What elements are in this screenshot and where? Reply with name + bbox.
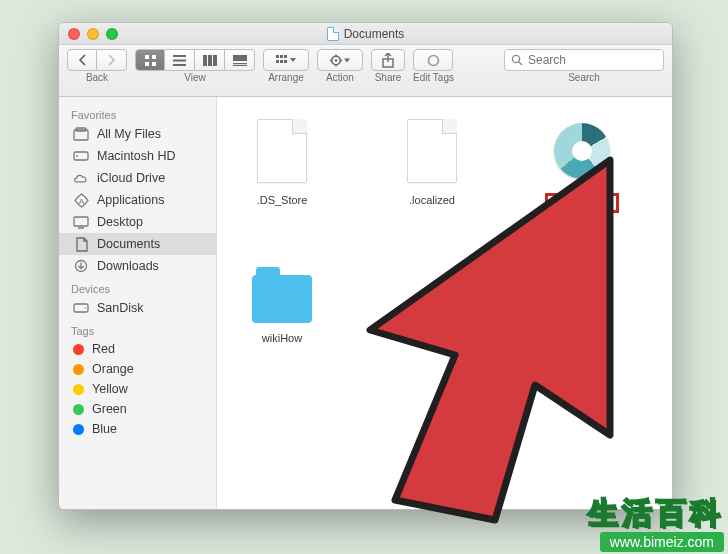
action-button[interactable] [317, 49, 363, 71]
gear-icon [329, 54, 351, 67]
share-icon [381, 53, 395, 68]
file-label: wikiHow [259, 331, 305, 345]
coverflow-icon [233, 55, 247, 66]
sidebar-tag-yellow[interactable]: Yellow [59, 379, 216, 399]
sidebar-item-label: Green [92, 402, 127, 416]
sidebar-item-macintosh-hd[interactable]: Macintosh HD [59, 145, 216, 167]
svg-rect-15 [284, 55, 287, 58]
tag-dot-icon [73, 404, 84, 415]
sidebar-item-label: SanDisk [97, 301, 144, 315]
sidebar-tag-orange[interactable]: Orange [59, 359, 216, 379]
sidebar-item-label: Macintosh HD [97, 149, 176, 163]
search-icon [511, 54, 523, 66]
tag-dot-icon [73, 384, 84, 395]
chevron-left-icon [78, 54, 87, 66]
columns-icon [203, 55, 217, 66]
svg-rect-32 [74, 152, 88, 160]
sidebar-item-label: Applications [97, 193, 164, 207]
sidebar-item-sandisk[interactable]: SanDisk [59, 297, 216, 319]
sidebar-tag-red[interactable]: Red [59, 339, 216, 359]
svg-rect-18 [284, 60, 287, 63]
sidebar-item-label: Downloads [97, 259, 159, 273]
svg-rect-1 [152, 55, 156, 59]
arrange-icon [276, 54, 296, 66]
arrange-label: Arrange [268, 72, 304, 83]
minimize-button[interactable] [87, 28, 99, 40]
file-item[interactable]: .localized [387, 115, 477, 213]
grid-icon [144, 54, 157, 67]
svg-rect-35 [74, 217, 88, 226]
edit-tags-button[interactable] [413, 49, 453, 71]
view-column-button[interactable] [195, 49, 225, 71]
share-label: Share [375, 72, 402, 83]
svg-rect-2 [145, 62, 149, 66]
applications-icon: A [73, 192, 89, 208]
file-icon [257, 119, 307, 183]
file-label: .DS_Store [254, 193, 311, 207]
tag-icon [427, 54, 440, 67]
sidebar-item-label: Desktop [97, 215, 143, 229]
back-button[interactable] [67, 49, 97, 71]
documents-icon [73, 236, 89, 252]
forward-button[interactable] [97, 49, 127, 71]
icns-file-icon [554, 123, 610, 179]
toolbar: Back View Arr [59, 45, 672, 97]
chevron-right-icon [107, 54, 116, 66]
svg-point-33 [76, 155, 78, 157]
svg-rect-9 [213, 55, 217, 66]
svg-rect-11 [233, 63, 247, 64]
sidebar-item-label: Documents [97, 237, 160, 251]
svg-text:A: A [78, 196, 84, 205]
svg-point-28 [512, 55, 519, 62]
sidebar-item-applications[interactable]: A Applications [59, 189, 216, 211]
sidebar-header-tags: Tags [59, 319, 216, 339]
all-files-icon [73, 126, 89, 142]
sidebar-item-icloud[interactable]: iCloud Drive [59, 167, 216, 189]
back-label: Back [86, 72, 108, 83]
view-label: View [184, 72, 206, 83]
share-button[interactable] [371, 49, 405, 71]
file-grid[interactable]: .DS_Store .localized cd_mac.icns wikiHow [217, 97, 672, 509]
svg-point-27 [428, 55, 438, 65]
window-controls [59, 28, 118, 40]
sidebar-item-label: Red [92, 342, 115, 356]
view-icon-button[interactable] [135, 49, 165, 71]
svg-rect-17 [280, 60, 283, 63]
file-item[interactable]: wikiHow [237, 253, 327, 345]
sidebar-item-all-my-files[interactable]: All My Files [59, 123, 216, 145]
cloud-icon [73, 170, 89, 186]
file-label: cd_mac.icns [545, 193, 618, 213]
sidebar-tag-blue[interactable]: Blue [59, 419, 216, 439]
arrange-button[interactable] [263, 49, 309, 71]
view-coverflow-button[interactable] [225, 49, 255, 71]
zoom-button[interactable] [106, 28, 118, 40]
external-disk-icon [73, 300, 89, 316]
svg-rect-13 [276, 55, 279, 58]
sidebar-item-desktop[interactable]: Desktop [59, 211, 216, 233]
svg-point-20 [335, 59, 338, 62]
svg-line-29 [519, 62, 522, 65]
sidebar-item-documents[interactable]: Documents [59, 233, 216, 255]
tag-dot-icon [73, 364, 84, 375]
view-list-button[interactable] [165, 49, 195, 71]
svg-rect-10 [233, 55, 247, 61]
file-item[interactable]: cd_mac.icns [537, 115, 627, 213]
tag-dot-icon [73, 344, 84, 355]
sidebar-item-label: Orange [92, 362, 134, 376]
sidebar-tag-green[interactable]: Green [59, 399, 216, 419]
search-input[interactable] [528, 53, 657, 67]
file-item[interactable]: .DS_Store [237, 115, 327, 213]
svg-rect-8 [208, 55, 212, 66]
hdd-icon [73, 148, 89, 164]
file-label: .localized [406, 193, 458, 207]
svg-rect-5 [173, 59, 186, 61]
titlebar: Documents [59, 23, 672, 45]
sidebar-item-downloads[interactable]: Downloads [59, 255, 216, 277]
search-field[interactable] [504, 49, 664, 71]
close-button[interactable] [68, 28, 80, 40]
search-label: Search [568, 72, 600, 83]
svg-rect-4 [173, 55, 186, 57]
action-label: Action [326, 72, 354, 83]
sidebar-item-label: iCloud Drive [97, 171, 165, 185]
folder-proxy-icon [327, 27, 339, 41]
